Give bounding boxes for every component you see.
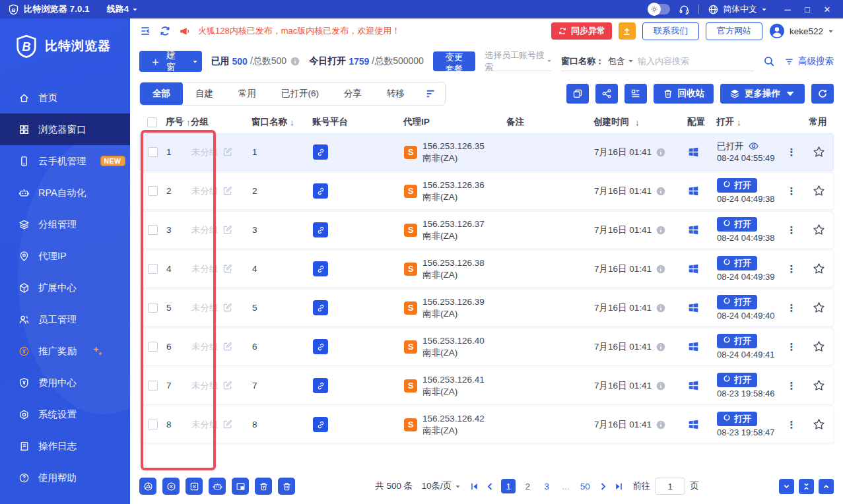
sidebar-item-4[interactable]: 分组管理 (0, 208, 130, 240)
minimize-button[interactable]: ─ (778, 1, 797, 17)
info-icon[interactable] (290, 57, 300, 66)
create-window-dropdown[interactable] (186, 51, 202, 72)
bulk-browser-button[interactable] (139, 478, 156, 495)
employee-search-select[interactable]: 选择员工账号搜索 (485, 51, 552, 71)
info-icon[interactable] (656, 303, 665, 313)
sort-asc-icon[interactable]: ↑ (186, 117, 191, 127)
sort-desc-icon[interactable]: ↓ (290, 117, 294, 127)
info-icon[interactable] (656, 187, 665, 196)
open-window-button[interactable]: 打开 (717, 412, 757, 426)
column-open[interactable]: 打开 (716, 116, 734, 128)
sidebar-item-2[interactable]: 云手机管理NEW (0, 145, 130, 177)
sidebar-item-5[interactable]: 代理IP (0, 240, 130, 272)
edit-group-icon[interactable] (222, 381, 232, 391)
sort-desc-icon[interactable]: ↓ (737, 117, 741, 127)
sidebar-item-11[interactable]: 操作日志 (0, 430, 130, 462)
row-more-menu[interactable]: ⋮ (787, 342, 797, 352)
upload-button[interactable] (619, 22, 636, 40)
edit-group-icon[interactable] (222, 342, 232, 352)
edit-group-icon[interactable] (222, 186, 232, 196)
bulk-recycle-button[interactable] (255, 478, 272, 495)
batch-windows-button[interactable] (566, 84, 589, 104)
bulk-rpa-button[interactable] (209, 478, 226, 495)
first-page-button[interactable] (469, 482, 479, 491)
row-checkbox[interactable] (148, 225, 158, 235)
open-window-button[interactable]: 打开 (717, 295, 757, 309)
refresh-table-button[interactable] (811, 84, 834, 104)
line-selector[interactable]: 线路4 (107, 3, 138, 15)
open-window-button[interactable]: 打开 (717, 373, 757, 387)
favorite-star-icon[interactable] (813, 146, 825, 158)
row-more-menu[interactable]: ⋮ (787, 225, 797, 235)
tab-3[interactable]: 已打开(6) (269, 82, 331, 106)
support-headset-icon[interactable] (679, 4, 690, 15)
row-checkbox[interactable] (148, 147, 158, 157)
info-icon[interactable] (656, 226, 665, 235)
match-mode-select[interactable]: 包含 (608, 55, 634, 67)
favorite-star-icon[interactable] (813, 379, 825, 392)
row-more-menu[interactable]: ⋮ (787, 264, 797, 274)
favorite-star-icon[interactable] (813, 263, 825, 275)
more-operations-button[interactable]: 更多操作 (720, 84, 805, 104)
info-icon[interactable] (656, 420, 665, 429)
row-checkbox[interactable] (148, 186, 158, 196)
row-checkbox[interactable] (148, 303, 158, 313)
row-more-menu[interactable]: ⋮ (787, 147, 797, 157)
favorite-star-icon[interactable] (813, 224, 825, 236)
scroll-down-button[interactable] (779, 479, 794, 494)
row-more-menu[interactable]: ⋮ (787, 186, 797, 196)
platform-link-icon[interactable] (313, 300, 328, 315)
language-selector[interactable]: 简体中文 (708, 3, 767, 15)
tab-0[interactable]: 全部 (140, 82, 183, 106)
info-icon[interactable] (656, 148, 665, 157)
contact-us-button[interactable]: 联系我们 (642, 22, 699, 40)
page-number[interactable]: 3 (539, 479, 554, 493)
platform-link-icon[interactable] (313, 144, 328, 160)
sidebar-item-7[interactable]: 员工管理 (0, 303, 130, 335)
page-size-select[interactable]: 10条/页 (421, 480, 461, 492)
layout-button[interactable] (624, 84, 647, 104)
recycle-bin-button[interactable]: 回收站 (654, 84, 714, 104)
edit-group-icon[interactable] (222, 303, 232, 313)
sidebar-item-6[interactable]: 扩展中心 (0, 272, 130, 303)
favorite-star-icon[interactable] (813, 340, 825, 353)
platform-link-icon[interactable] (313, 261, 328, 276)
collapse-sidebar-icon[interactable] (139, 25, 151, 37)
search-input[interactable] (638, 56, 754, 66)
create-window-button[interactable]: ＋创建窗口 (139, 51, 202, 72)
sidebar-item-12[interactable]: 使用帮助 (0, 462, 130, 493)
platform-link-icon[interactable] (313, 378, 328, 393)
bulk-window-button[interactable] (232, 478, 249, 495)
row-more-menu[interactable]: ⋮ (787, 381, 797, 391)
sidebar-item-0[interactable]: 首页 (0, 82, 130, 113)
page-number[interactable]: 2 (520, 479, 535, 493)
sidebar-item-10[interactable]: 系统设置 (0, 398, 130, 430)
platform-link-icon[interactable] (313, 222, 328, 237)
sort-desc-icon[interactable]: ↓ (635, 117, 640, 127)
platform-link-icon[interactable] (313, 339, 328, 354)
row-checkbox[interactable] (148, 264, 158, 274)
row-checkbox[interactable] (148, 342, 158, 352)
open-window-button[interactable]: 打开 (717, 178, 757, 193)
sync-error-button[interactable]: 同步异常 (551, 22, 612, 40)
select-all-checkbox[interactable] (147, 117, 157, 127)
last-page-button[interactable] (614, 482, 624, 491)
row-checkbox[interactable] (148, 381, 158, 391)
edit-group-icon[interactable] (222, 147, 232, 157)
collapse-rows-button[interactable] (799, 479, 814, 494)
favorite-star-icon[interactable] (813, 301, 825, 314)
platform-link-icon[interactable] (313, 417, 328, 432)
maximize-button[interactable]: □ (798, 1, 817, 17)
info-icon[interactable] (656, 342, 665, 352)
eye-icon[interactable] (748, 141, 759, 152)
user-menu[interactable]: keke522 (769, 23, 834, 39)
share-button[interactable] (595, 84, 618, 104)
search-icon[interactable] (763, 55, 775, 67)
bulk-delete-button[interactable] (278, 478, 295, 495)
favorite-star-icon[interactable] (813, 418, 825, 431)
open-window-button[interactable]: 打开 (717, 256, 757, 270)
tab-5[interactable]: 转移 (374, 82, 417, 106)
edit-group-icon[interactable] (222, 225, 232, 235)
info-icon[interactable] (656, 381, 665, 391)
page-number[interactable]: 1 (501, 479, 516, 493)
